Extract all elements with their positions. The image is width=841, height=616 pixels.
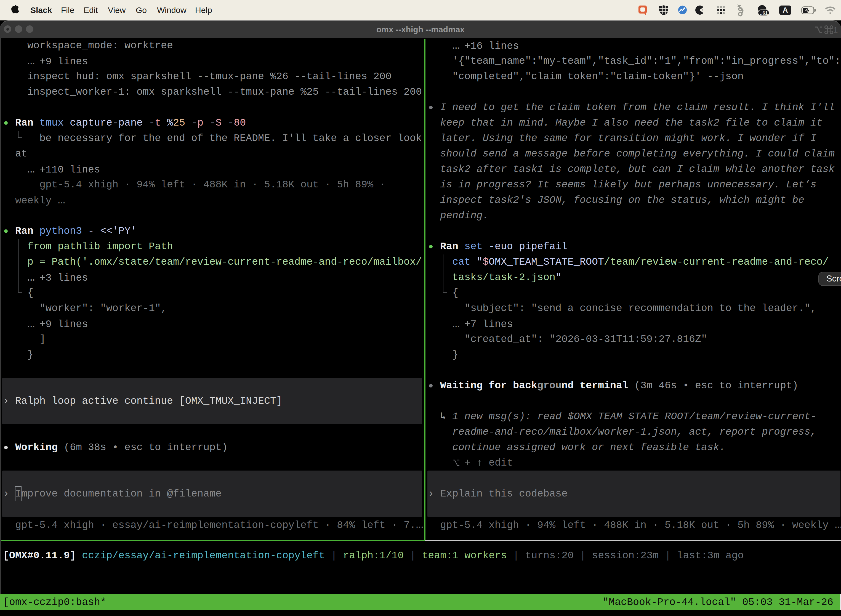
svg-text:..61: ..61 [760,10,768,16]
